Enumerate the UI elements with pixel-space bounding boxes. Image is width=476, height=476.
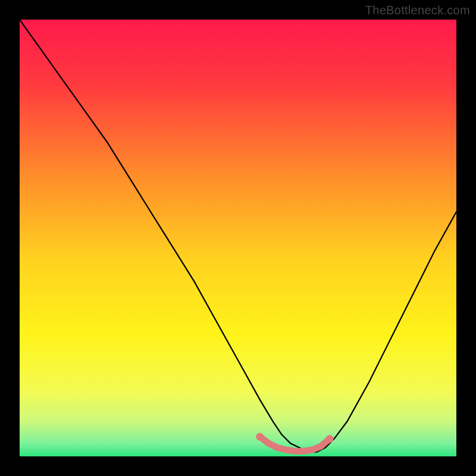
chart-background (20, 20, 456, 456)
chart-frame: TheBottleneck.com (0, 0, 476, 476)
optimal-range-endpoint (256, 433, 264, 441)
watermark-text: TheBottleneck.com (365, 4, 470, 17)
chart-svg (20, 20, 456, 456)
chart-plot-area (20, 20, 456, 456)
optimal-range-endpoint (326, 435, 334, 443)
